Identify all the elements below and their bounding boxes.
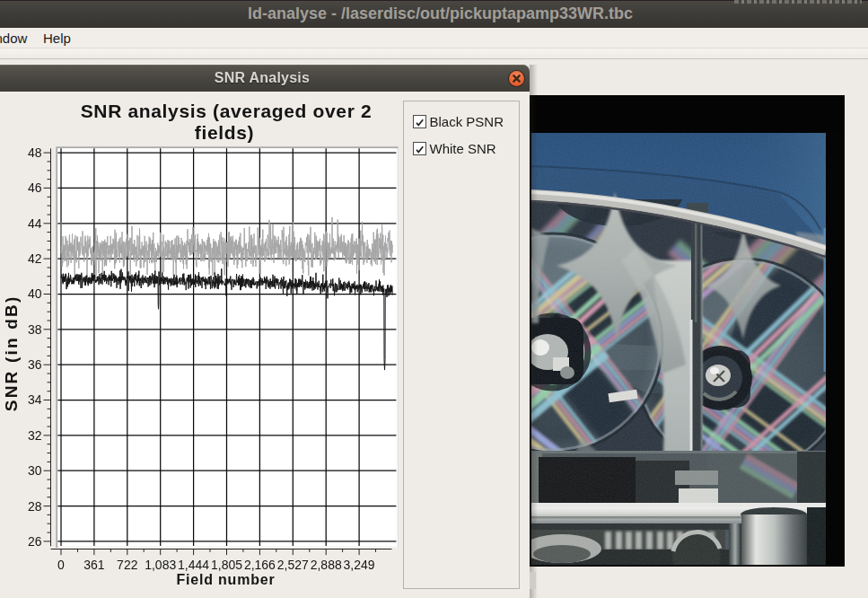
svg-text:0: 0 [57, 558, 65, 572]
svg-text:1,805: 1,805 [211, 558, 242, 572]
svg-text:2,166: 2,166 [244, 558, 276, 572]
svg-text:SNR (in dB): SNR (in dB) [2, 295, 21, 411]
svg-text:1,083: 1,083 [145, 558, 176, 572]
svg-text:722: 722 [117, 558, 138, 572]
svg-text:44: 44 [28, 215, 42, 230]
svg-text:SNR analysis (averaged over 2: SNR analysis (averaged over 2 [81, 101, 373, 121]
svg-text:46: 46 [28, 180, 42, 195]
svg-text:2,527: 2,527 [277, 558, 309, 572]
svg-text:40: 40 [28, 286, 42, 301]
svg-text:42: 42 [28, 251, 42, 266]
svg-text:34: 34 [28, 392, 42, 407]
svg-text:38: 38 [28, 321, 42, 336]
svg-text:30: 30 [28, 463, 42, 478]
svg-text:28: 28 [28, 498, 42, 513]
svg-text:2,888: 2,888 [311, 558, 342, 572]
svg-text:48: 48 [28, 145, 42, 160]
svg-text:36: 36 [28, 357, 42, 372]
svg-text:Field number: Field number [176, 572, 275, 587]
svg-text:3,249: 3,249 [344, 558, 375, 572]
svg-text:32: 32 [28, 428, 42, 443]
svg-text:361: 361 [83, 558, 105, 572]
svg-text:1,444: 1,444 [178, 558, 209, 572]
svg-text:fields): fields) [195, 122, 254, 143]
svg-text:26: 26 [28, 534, 42, 549]
